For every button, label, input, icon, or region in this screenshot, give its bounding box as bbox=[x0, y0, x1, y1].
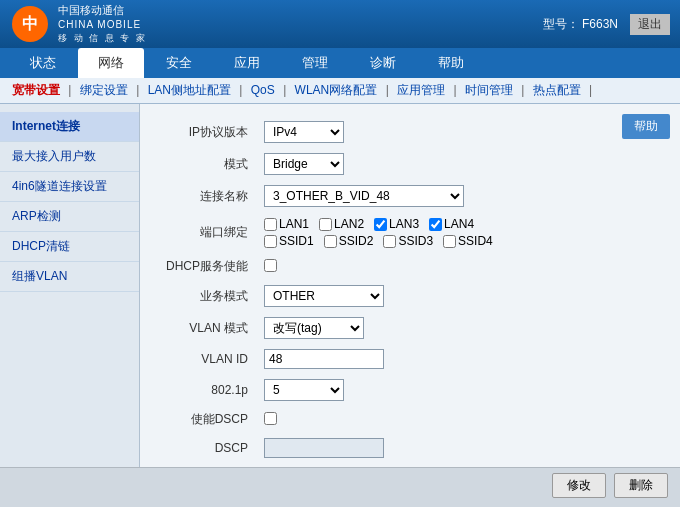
port-binding-group: LAN1 LAN2 LAN3 LAN4 bbox=[264, 217, 656, 231]
brand-name-en: CHINA MOBILE bbox=[58, 18, 147, 32]
sidebar-item-internet[interactable]: Internet连接 bbox=[0, 112, 139, 142]
help-button[interactable]: 帮助 bbox=[622, 114, 670, 139]
ssid3-checkbox[interactable] bbox=[383, 235, 396, 248]
sub-nav: 宽带设置 | 绑定设置 | LAN侧地址配置 | QoS | WLAN网络配置 … bbox=[0, 78, 680, 104]
vlan-id-label: VLAN ID bbox=[156, 344, 256, 374]
ssid2-checkbox-label[interactable]: SSID2 bbox=[324, 234, 374, 248]
model-value: F663N bbox=[582, 17, 618, 31]
svg-text:中: 中 bbox=[22, 15, 38, 32]
sub-nav-qos[interactable]: QoS bbox=[247, 82, 279, 98]
ssid1-checkbox[interactable] bbox=[264, 235, 277, 248]
dhcp-enable-checkbox[interactable] bbox=[264, 259, 277, 272]
form-table: IP协议版本 IPv4 模式 Bridge Route bbox=[156, 116, 664, 463]
dhcp-enable-label: DHCP服务使能 bbox=[156, 253, 256, 280]
dot1p-select[interactable]: 0 1 2 3 4 5 6 7 bbox=[264, 379, 344, 401]
dscp-enable-checkbox[interactable] bbox=[264, 412, 277, 425]
dscp-row: DSCP bbox=[156, 433, 664, 463]
port-binding-row: 端口绑定 LAN1 LAN2 LAN3 bbox=[156, 212, 664, 253]
lan4-checkbox[interactable] bbox=[429, 218, 442, 231]
logo-area: 中 中国移动通信 CHINA MOBILE 移 动 信 息 专 家 bbox=[10, 3, 147, 45]
sub-nav-broadband[interactable]: 宽带设置 bbox=[8, 82, 64, 98]
top-bar: 中 中国移动通信 CHINA MOBILE 移 动 信 息 专 家 型号： F6… bbox=[0, 0, 680, 48]
sub-nav-host[interactable]: 热点配置 bbox=[529, 82, 585, 98]
sidebar-item-multicast[interactable]: 组播VLAN bbox=[0, 262, 139, 292]
lan2-checkbox[interactable] bbox=[319, 218, 332, 231]
vlan-id-row: VLAN ID bbox=[156, 344, 664, 374]
sub-nav-iptv[interactable]: 应用管理 bbox=[393, 82, 449, 98]
lan1-checkbox-label[interactable]: LAN1 bbox=[264, 217, 309, 231]
service-mode-row: 业务模式 OTHER INTERNET IPTV VOIP bbox=[156, 280, 664, 312]
ssid3-checkbox-label[interactable]: SSID3 bbox=[383, 234, 433, 248]
delete-button[interactable]: 删除 bbox=[614, 473, 668, 498]
vlan-mode-row: VLAN 模式 改写(tag) 透传 不处理 bbox=[156, 312, 664, 344]
logout-button[interactable]: 退出 bbox=[630, 14, 670, 35]
sidebar: Internet连接 最大接入用户数 4in6隧道连接设置 ARP检测 DHCP… bbox=[0, 104, 140, 467]
sidebar-item-arp[interactable]: ARP检测 bbox=[0, 202, 139, 232]
sidebar-item-maxuser[interactable]: 最大接入用户数 bbox=[0, 142, 139, 172]
sub-nav-time[interactable]: 时间管理 bbox=[461, 82, 517, 98]
dscp-enable-row: 使能DSCP bbox=[156, 406, 664, 433]
tab-status[interactable]: 状态 bbox=[10, 48, 76, 78]
tab-diagnose[interactable]: 诊断 bbox=[350, 48, 416, 78]
vlan-mode-select[interactable]: 改写(tag) 透传 不处理 bbox=[264, 317, 364, 339]
ssid1-checkbox-label[interactable]: SSID1 bbox=[264, 234, 314, 248]
mode-row: 模式 Bridge Route PPPoE bbox=[156, 148, 664, 180]
model-label: 型号： bbox=[543, 17, 579, 31]
ip-protocol-label: IP协议版本 bbox=[156, 116, 256, 148]
ssid4-checkbox[interactable] bbox=[443, 235, 456, 248]
ssid4-checkbox-label[interactable]: SSID4 bbox=[443, 234, 493, 248]
bottom-bar: 修改 删除 bbox=[0, 467, 680, 503]
tab-app[interactable]: 应用 bbox=[214, 48, 280, 78]
main-content: 帮助 IP协议版本 IPv4 模式 bbox=[140, 104, 680, 467]
brand-tagline: 移 动 信 息 专 家 bbox=[58, 32, 147, 45]
service-mode-select[interactable]: OTHER INTERNET IPTV VOIP bbox=[264, 285, 384, 307]
ip-protocol-select[interactable]: IPv4 bbox=[264, 121, 344, 143]
modify-button[interactable]: 修改 bbox=[552, 473, 606, 498]
sidebar-item-dhcp[interactable]: DHCP清链 bbox=[0, 232, 139, 262]
vlan-mode-label: VLAN 模式 bbox=[156, 312, 256, 344]
connection-name-select[interactable]: 3_OTHER_B_VID_48 bbox=[264, 185, 464, 207]
connection-name-row: 连接名称 3_OTHER_B_VID_48 bbox=[156, 180, 664, 212]
sub-nav-lan[interactable]: LAN侧地址配置 bbox=[144, 82, 235, 98]
dot1p-row: 802.1p 0 1 2 3 4 5 6 7 bbox=[156, 374, 664, 406]
service-mode-label: 业务模式 bbox=[156, 280, 256, 312]
tab-network[interactable]: 网络 bbox=[78, 48, 144, 78]
brand-name-cn: 中国移动通信 bbox=[58, 3, 147, 18]
lan3-checkbox-label[interactable]: LAN3 bbox=[374, 217, 419, 231]
lan1-checkbox[interactable] bbox=[264, 218, 277, 231]
ip-protocol-row: IP协议版本 IPv4 bbox=[156, 116, 664, 148]
tab-help[interactable]: 帮助 bbox=[418, 48, 484, 78]
vlan-id-input[interactable] bbox=[264, 349, 384, 369]
tab-manage[interactable]: 管理 bbox=[282, 48, 348, 78]
brand-text: 中国移动通信 CHINA MOBILE 移 动 信 息 专 家 bbox=[58, 3, 147, 45]
mode-select[interactable]: Bridge Route PPPoE bbox=[264, 153, 344, 175]
sub-nav-static[interactable]: 绑定设置 bbox=[76, 82, 132, 98]
sub-nav-wlan[interactable]: WLAN网络配置 bbox=[291, 82, 382, 98]
brand-logo: 中 bbox=[10, 4, 50, 44]
dscp-enable-label: 使能DSCP bbox=[156, 406, 256, 433]
dscp-label: DSCP bbox=[156, 433, 256, 463]
sidebar-item-4in6[interactable]: 4in6隧道连接设置 bbox=[0, 172, 139, 202]
connection-name-label: 连接名称 bbox=[156, 180, 256, 212]
nav-tabs: 状态 网络 安全 应用 管理 诊断 帮助 bbox=[0, 48, 680, 78]
tab-security[interactable]: 安全 bbox=[146, 48, 212, 78]
ssid-binding-group: SSID1 SSID2 SSID3 SSID4 bbox=[264, 234, 656, 248]
lan3-checkbox[interactable] bbox=[374, 218, 387, 231]
mode-label: 模式 bbox=[156, 148, 256, 180]
dhcp-enable-row: DHCP服务使能 bbox=[156, 253, 664, 280]
dscp-input[interactable] bbox=[264, 438, 384, 458]
lan4-checkbox-label[interactable]: LAN4 bbox=[429, 217, 474, 231]
ssid2-checkbox[interactable] bbox=[324, 235, 337, 248]
dot1p-label: 802.1p bbox=[156, 374, 256, 406]
port-binding-label: 端口绑定 bbox=[156, 212, 256, 253]
top-right: 型号： F663N 退出 bbox=[543, 0, 670, 48]
model-info: 型号： F663N bbox=[543, 16, 618, 33]
lan2-checkbox-label[interactable]: LAN2 bbox=[319, 217, 364, 231]
